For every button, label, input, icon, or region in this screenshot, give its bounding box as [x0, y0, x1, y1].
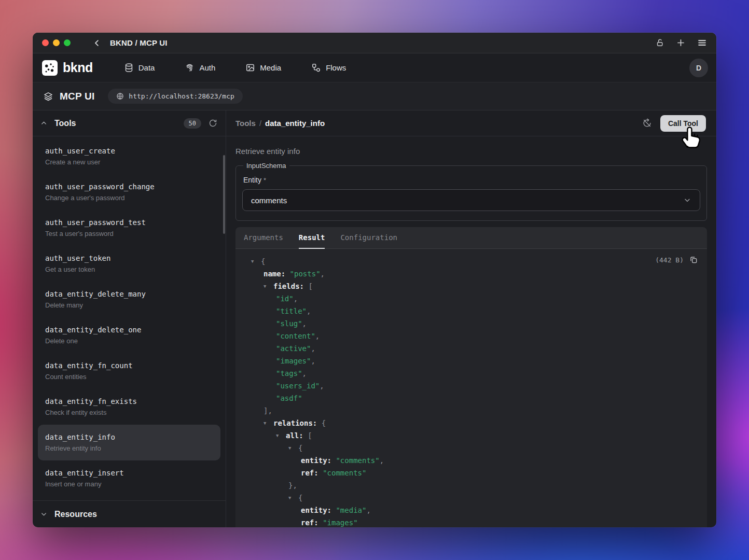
refresh-icon[interactable] [209, 119, 217, 128]
chevron-down-icon [683, 196, 691, 204]
json-line: "active", [244, 342, 699, 355]
tool-name: auth_user_password_test [45, 217, 213, 228]
nav-item-label: Flows [326, 63, 346, 72]
json-line: ▼{ [244, 492, 699, 504]
main-header: Tools / data_entity_info Call Tool [226, 110, 716, 136]
nav-item-flows[interactable]: Flows [311, 63, 346, 73]
entity-select[interactable]: comments [242, 189, 700, 211]
menu-icon[interactable] [697, 38, 707, 48]
tools-section-header[interactable]: Tools 50 [33, 110, 226, 136]
entity-select-value: comments [251, 196, 287, 205]
json-line: ▼relations: { [244, 417, 699, 429]
sidebar-item-data_entity_insert[interactable]: data_entity_insertInsert one or many [33, 460, 226, 496]
sidebar-item-auth_user_password_change[interactable]: auth_user_password_changeChange a user's… [33, 174, 226, 210]
tool-list: auth_user_createCreate a new userauth_us… [33, 136, 226, 500]
tool-name: data_entity_fn_count [45, 360, 213, 371]
brand-logo[interactable]: bknd [41, 60, 94, 76]
back-icon[interactable] [92, 38, 102, 48]
breadcrumb-section[interactable]: Tools [235, 119, 256, 128]
json-line: "id", [244, 292, 699, 305]
json-line: }, [244, 479, 699, 492]
server-url-pill[interactable]: http://localhost:28623/mcp [108, 89, 243, 104]
collapse-arrow-icon[interactable]: ▼ [288, 492, 298, 504]
sidebar-item-auth_user_password_test[interactable]: auth_user_password_testTest a user's pas… [33, 210, 226, 246]
zoom-window-button[interactable] [64, 39, 71, 46]
tool-name: data_entity_delete_one [45, 325, 213, 335]
json-line: ref: "images" [244, 516, 699, 527]
sidebar-item-data_entity_delete_many[interactable]: data_entity_delete_manyDelete many [33, 282, 226, 317]
result-size-label: (442 B) [655, 256, 684, 264]
tool-description: Count entities [45, 372, 213, 382]
sidebar-item-data_entity_fn_count[interactable]: data_entity_fn_countCount entities [33, 353, 226, 389]
json-tree: ▼{name: "posts",▼fields: ["id","title","… [244, 255, 699, 527]
tool-description: Delete one [45, 337, 213, 346]
breadcrumb-separator: / [259, 119, 261, 128]
close-window-button[interactable] [42, 39, 49, 46]
json-line: "tags", [244, 367, 699, 380]
avatar[interactable]: D [689, 59, 708, 77]
tool-name: data_entity_fn_exists [45, 396, 213, 407]
navbar: bknd DataAuthMediaFlows D [33, 53, 716, 82]
resources-section-title: Resources [54, 510, 97, 519]
tool-description: Get a user token [45, 265, 213, 274]
nav-item-label: Data [138, 63, 155, 72]
tool-description: Delete many [45, 301, 213, 310]
json-line: "title", [244, 305, 699, 317]
tool-name: auth_user_password_change [45, 181, 213, 192]
brand-name: bknd [63, 60, 93, 75]
tab-configuration[interactable]: Configuration [340, 227, 397, 249]
collapse-arrow-icon[interactable]: ▼ [251, 255, 261, 268]
input-schema-legend: InputSchema [243, 162, 289, 170]
tool-description: Change a user's password [45, 193, 213, 203]
image-icon [245, 63, 255, 73]
json-line: ref: "comments" [244, 467, 699, 479]
nav-item-data[interactable]: Data [124, 63, 155, 73]
tab-result[interactable]: Result [299, 227, 325, 249]
collapse-arrow-icon[interactable]: ▼ [276, 429, 286, 442]
app-window: BKND / MCP UI bknd DataAuthMediaFlows D [33, 33, 716, 527]
tool-description: Check if entity exists [45, 408, 213, 417]
tab-arguments[interactable]: Arguments [244, 227, 283, 249]
tool-name: data_entity_info [45, 432, 213, 442]
history-off-icon[interactable] [642, 118, 652, 128]
sidebar-item-auth_user_token[interactable]: auth_user_tokenGet a user token [33, 246, 226, 282]
bknd-logo-icon [42, 60, 58, 76]
collapse-arrow-icon[interactable]: ▼ [263, 417, 273, 429]
json-line: ▼all: [ [244, 429, 699, 442]
json-line: "images", [244, 355, 699, 367]
plus-icon[interactable] [676, 38, 686, 48]
resources-section-header[interactable]: Resources [33, 500, 226, 527]
sidebar-scrollbar[interactable] [223, 155, 225, 234]
collapse-arrow-icon[interactable]: ▼ [288, 442, 298, 454]
nav-item-media[interactable]: Media [245, 63, 281, 73]
layers-icon [43, 91, 53, 102]
json-line: ▼{ [244, 442, 699, 454]
json-line: ▼{ [244, 255, 699, 268]
copy-icon[interactable] [689, 256, 698, 264]
sidebar: Tools 50 auth_user_createCreate a new us… [33, 110, 226, 527]
sidebar-item-data_entity_info[interactable]: data_entity_infoRetrieve entity info [38, 425, 220, 460]
sidebar-item-data_entity_delete_one[interactable]: data_entity_delete_oneDelete one [33, 317, 226, 353]
subheader: MCP UI http://localhost:28623/mcp [33, 82, 716, 110]
fingerprint-icon [185, 63, 195, 73]
tool-name: auth_user_token [45, 253, 213, 263]
result-panel: ArgumentsResultConfiguration (442 B) ▼{n… [235, 227, 707, 527]
collapse-arrow-icon[interactable]: ▼ [263, 280, 273, 292]
tool-name: data_entity_delete_many [45, 289, 213, 299]
sidebar-item-data_entity_fn_exists[interactable]: data_entity_fn_existsCheck if entity exi… [33, 389, 226, 425]
tools-section-title: Tools [54, 119, 76, 128]
lock-open-icon[interactable] [656, 38, 664, 47]
minimize-window-button[interactable] [53, 39, 60, 46]
call-tool-button[interactable]: Call Tool [660, 115, 706, 132]
nav-item-label: Media [260, 63, 281, 72]
tools-count-badge: 50 [184, 118, 201, 129]
globe-icon [116, 92, 124, 100]
main-panel: Tools / data_entity_info Call Tool Retri… [226, 110, 716, 527]
tab-strip: ArgumentsResultConfiguration [235, 227, 707, 249]
sidebar-item-auth_user_create[interactable]: auth_user_createCreate a new user [33, 138, 226, 174]
page-title: MCP UI [60, 91, 94, 102]
chevron-up-icon [40, 119, 48, 127]
tool-description: Test a user's password [45, 229, 213, 239]
nav-item-auth[interactable]: Auth [185, 63, 215, 73]
nav-item-label: Auth [199, 63, 215, 72]
